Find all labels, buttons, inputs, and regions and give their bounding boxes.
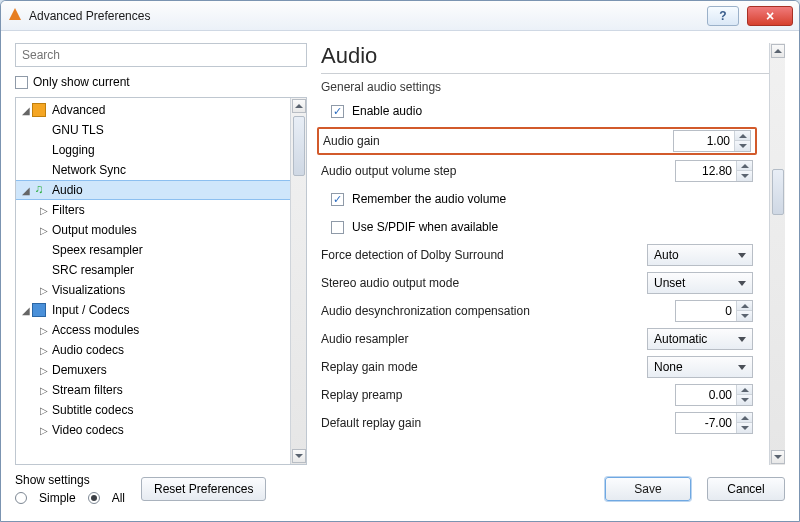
- spdif-label: Use S/PDIF when available: [352, 220, 498, 234]
- rg-mode-combo[interactable]: None: [647, 356, 753, 378]
- search-input[interactable]: [15, 43, 307, 67]
- audio-gain-row: Audio gain: [317, 127, 757, 155]
- dolby-label: Force detection of Dolby Surround: [321, 248, 639, 262]
- tree-item-input-codecs[interactable]: ◢Input / Codecs: [16, 300, 290, 320]
- resampler-combo[interactable]: Automatic: [647, 328, 753, 350]
- remember-volume-label: Remember the audio volume: [352, 192, 506, 206]
- scroll-up-icon[interactable]: [771, 44, 785, 58]
- tree-item-src[interactable]: SRC resampler: [16, 260, 290, 280]
- rg-preamp-input[interactable]: [675, 384, 753, 406]
- only-show-current-checkbox[interactable]: [15, 76, 28, 89]
- tree-item-video-codecs[interactable]: ▷Video codecs: [16, 420, 290, 440]
- simple-label: Simple: [39, 491, 76, 505]
- remember-volume-checkbox[interactable]: [331, 193, 344, 206]
- all-label: All: [112, 491, 125, 505]
- simple-radio[interactable]: [15, 492, 27, 504]
- settings-tree: ◢Advanced GNU TLS Logging Network Sync ◢…: [15, 97, 307, 465]
- music-note-icon: ♫: [32, 183, 46, 197]
- footer: Show settings Simple All Reset Preferenc…: [1, 473, 799, 515]
- settings-panel: Audio General audio settings Enable audi…: [321, 43, 785, 465]
- scroll-down-icon[interactable]: [292, 449, 306, 463]
- rg-default-label: Default replay gain: [321, 416, 667, 430]
- only-show-current-label: Only show current: [33, 75, 130, 89]
- enable-audio-checkbox[interactable]: [331, 105, 344, 118]
- tree-item-access-modules[interactable]: ▷Access modules: [16, 320, 290, 340]
- close-button[interactable]: ×: [747, 6, 793, 26]
- desync-input[interactable]: [675, 300, 753, 322]
- scroll-thumb[interactable]: [772, 169, 784, 215]
- help-icon: ?: [719, 9, 726, 23]
- rg-mode-label: Replay gain mode: [321, 360, 639, 374]
- all-radio[interactable]: [88, 492, 100, 504]
- close-icon: ×: [766, 8, 774, 24]
- tree-item-demuxers[interactable]: ▷Demuxers: [16, 360, 290, 380]
- tree-item-stream-filters[interactable]: ▷Stream filters: [16, 380, 290, 400]
- tree-scrollbar[interactable]: [290, 98, 306, 464]
- cancel-button[interactable]: Cancel: [707, 477, 785, 501]
- tree-item-filters[interactable]: ▷Filters: [16, 200, 290, 220]
- tree-item-output-modules[interactable]: ▷Output modules: [16, 220, 290, 240]
- titlebar: Advanced Preferences ? ×: [1, 1, 799, 31]
- tree-item-speex[interactable]: Speex resampler: [16, 240, 290, 260]
- reset-button[interactable]: Reset Preferences: [141, 477, 266, 501]
- volume-step-label: Audio output volume step: [321, 164, 667, 178]
- resampler-label: Audio resampler: [321, 332, 639, 346]
- audio-gain-label: Audio gain: [323, 134, 665, 148]
- preferences-window: Advanced Preferences ? × Only show curre…: [0, 0, 800, 522]
- tree-item-visualizations[interactable]: ▷Visualizations: [16, 280, 290, 300]
- desync-label: Audio desynchronization compensation: [321, 304, 667, 318]
- spdif-checkbox[interactable]: [331, 221, 344, 234]
- help-button[interactable]: ?: [707, 6, 739, 26]
- enable-audio-label: Enable audio: [352, 104, 422, 118]
- scroll-down-icon[interactable]: [771, 450, 785, 464]
- tree-item-network-sync[interactable]: Network Sync: [16, 160, 290, 180]
- dolby-combo[interactable]: Auto: [647, 244, 753, 266]
- panel-heading: Audio: [321, 43, 771, 74]
- vlc-icon: [7, 8, 23, 24]
- window-title: Advanced Preferences: [29, 9, 150, 23]
- tree-item-advanced[interactable]: ◢Advanced: [16, 100, 290, 120]
- chevron-down-icon: [738, 253, 746, 258]
- panel-subheading: General audio settings: [321, 80, 785, 94]
- codec-icon: [32, 303, 46, 317]
- left-pane: Only show current ◢Advanced GNU TLS Logg…: [15, 43, 307, 465]
- wrench-icon: [32, 103, 46, 117]
- chevron-down-icon: [738, 337, 746, 342]
- panel-scrollbar[interactable]: [769, 43, 785, 465]
- stereo-combo[interactable]: Unset: [647, 272, 753, 294]
- spin-up-icon[interactable]: [735, 131, 750, 141]
- tree-item-audio[interactable]: ◢♫Audio: [16, 180, 290, 200]
- scroll-thumb[interactable]: [293, 116, 305, 176]
- volume-step-input[interactable]: [675, 160, 753, 182]
- audio-gain-input[interactable]: [673, 130, 751, 152]
- rg-preamp-label: Replay preamp: [321, 388, 667, 402]
- spin-down-icon[interactable]: [735, 141, 750, 151]
- tree-item-audio-codecs[interactable]: ▷Audio codecs: [16, 340, 290, 360]
- stereo-label: Stereo audio output mode: [321, 276, 639, 290]
- rg-default-input[interactable]: [675, 412, 753, 434]
- chevron-down-icon: [738, 365, 746, 370]
- scroll-up-icon[interactable]: [292, 99, 306, 113]
- save-button[interactable]: Save: [605, 477, 691, 501]
- show-settings-label: Show settings: [15, 473, 125, 487]
- chevron-down-icon: [738, 281, 746, 286]
- tree-item-subtitle-codecs[interactable]: ▷Subtitle codecs: [16, 400, 290, 420]
- tree-item-logging[interactable]: Logging: [16, 140, 290, 160]
- tree-item-gnutls[interactable]: GNU TLS: [16, 120, 290, 140]
